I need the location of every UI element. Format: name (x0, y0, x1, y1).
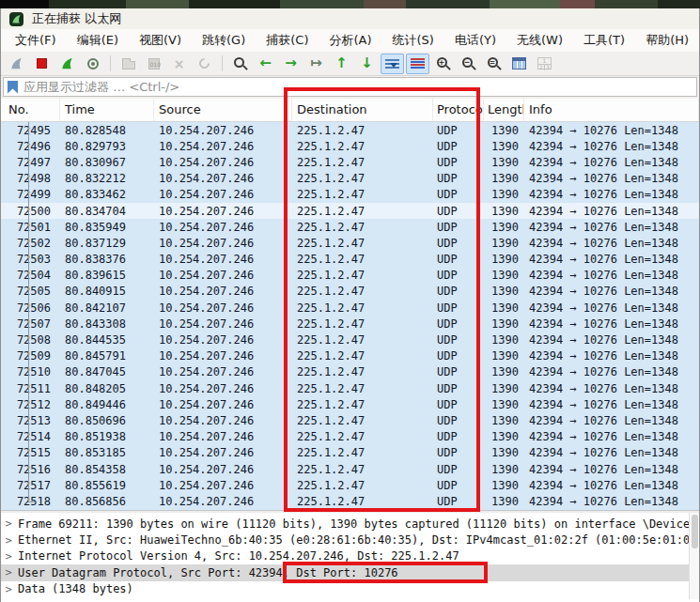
packet-row[interactable]: 72505 80.840915 10.254.207.246 225.1.2.4… (1, 284, 699, 300)
details-scrollbar[interactable] (689, 513, 699, 599)
packet-row[interactable]: 72495 80.828548 10.254.207.246 225.1.2.4… (1, 122, 699, 138)
packet-row[interactable]: 72513 80.850696 10.254.207.246 225.1.2.4… (1, 412, 699, 428)
packet-no: 72515 (1, 446, 60, 459)
packet-row[interactable]: 72518 80.856856 10.254.207.246 225.1.2.4… (1, 493, 699, 509)
capture-options-button[interactable] (81, 54, 104, 74)
packet-row[interactable]: 72507 80.843308 10.254.207.246 225.1.2.4… (1, 316, 699, 332)
zoom-reset-button[interactable]: = (482, 54, 506, 74)
detail-row-frame[interactable]: >Frame 69211: 1390 bytes on wire (11120 … (1, 516, 691, 532)
detail-row-data[interactable]: >Data (1348 bytes) (1, 581, 691, 597)
packet-source: 10.254.207.246 (154, 285, 292, 298)
packet-destination: 225.1.2.47 (292, 188, 433, 201)
packet-row[interactable]: 72503 80.838376 10.254.207.246 225.1.2.4… (1, 252, 699, 268)
packet-row[interactable]: 72496 80.829793 10.254.207.246 225.1.2.4… (1, 138, 699, 154)
zoom-out-button[interactable]: − (457, 54, 480, 74)
scrollbar-thumb[interactable] (692, 515, 698, 548)
column-header-destination[interactable]: Destination (292, 99, 433, 121)
packet-protocol: UDP (433, 172, 484, 185)
packet-length: 1390 (484, 365, 524, 378)
packet-no: 72507 (1, 317, 60, 331)
packet-time: 80.848205 (60, 382, 154, 395)
colorize-toggle[interactable] (406, 54, 429, 74)
stop-capture-button[interactable] (30, 54, 54, 74)
fit-columns-button[interactable]: 123 (533, 54, 556, 74)
packet-length: 1390 (484, 269, 524, 282)
resize-columns-button[interactable] (507, 54, 531, 74)
packet-length: 1390 (484, 221, 524, 234)
start-capture-button[interactable] (5, 54, 28, 74)
menu-item[interactable]: 编辑(E) (67, 29, 129, 52)
column-header-protocol[interactable]: Protocol (433, 99, 484, 121)
menu-item[interactable]: 视图(V) (129, 29, 192, 52)
packet-destination: 225.1.2.47 (292, 253, 433, 266)
packet-row[interactable]: 72514 80.851938 10.254.207.246 225.1.2.4… (1, 429, 699, 445)
chevron-right-icon[interactable]: > (5, 518, 14, 529)
packet-info: 42394 → 10276 Len=1348 (524, 479, 699, 492)
column-header-source[interactable]: Source (154, 99, 292, 121)
display-filter-input[interactable]: 应用显示过滤器 … <Ctrl-/> (3, 77, 697, 97)
packet-row[interactable]: 72498 80.832212 10.254.207.246 225.1.2.4… (1, 171, 699, 187)
packet-row[interactable]: 72499 80.833462 10.254.207.246 225.1.2.4… (1, 187, 699, 203)
packet-row[interactable]: 72500 80.834704 10.254.207.246 225.1.2.4… (1, 203, 699, 219)
go-to-packet-button[interactable]: ↦ (304, 54, 328, 74)
packet-row[interactable]: 72512 80.849446 10.254.207.246 225.1.2.4… (1, 396, 699, 412)
detail-row-ethernet[interactable]: >Ethernet II, Src: HuaweiTechno_6b:40:35… (1, 532, 691, 548)
arrow-up-icon: ↑ (335, 56, 348, 70)
chevron-right-icon[interactable]: > (5, 535, 14, 546)
menu-item[interactable]: 跳转(G) (192, 29, 256, 52)
chevron-right-icon[interactable]: > (5, 567, 14, 578)
auto-scroll-toggle[interactable] (381, 54, 404, 74)
menu-item[interactable]: 无线(W) (506, 29, 573, 52)
menu-item[interactable]: 工具(T) (573, 29, 635, 52)
packet-destination: 225.1.2.47 (292, 333, 433, 347)
go-back-button[interactable]: ← (254, 54, 277, 74)
packet-no: 72497 (1, 156, 60, 169)
packet-info: 42394 → 10276 Len=1348 (524, 382, 699, 395)
zoom-in-button[interactable]: + (431, 54, 455, 74)
packet-info: 42394 → 10276 Len=1348 (524, 124, 699, 137)
reload-file-button[interactable] (193, 54, 216, 74)
packet-info: 42394 → 10276 Len=1348 (524, 414, 699, 427)
packet-row[interactable]: 72501 80.835949 10.254.207.246 225.1.2.4… (1, 219, 699, 235)
open-file-button[interactable] (117, 54, 140, 74)
column-header-no[interactable]: No. (1, 99, 60, 121)
packet-protocol: UDP (433, 365, 484, 378)
packet-destination: 225.1.2.47 (292, 285, 433, 298)
column-header-info[interactable]: Info (524, 99, 699, 121)
packet-time: 80.855619 (60, 479, 154, 492)
detail-row-udp[interactable]: >User Datagram Protocol, Src Port: 42394… (1, 564, 691, 580)
column-header-length[interactable]: Length (484, 99, 524, 121)
find-packet-button[interactable] (228, 54, 252, 74)
packet-source: 10.254.207.246 (154, 156, 292, 169)
chevron-right-icon[interactable]: > (5, 584, 14, 594)
go-forward-button[interactable]: → (279, 54, 303, 74)
menu-item[interactable]: 分析(A) (319, 29, 381, 52)
packet-row[interactable]: 72506 80.842107 10.254.207.246 225.1.2.4… (1, 300, 699, 316)
restart-capture-button[interactable] (55, 54, 79, 74)
packet-row[interactable]: 72511 80.848205 10.254.207.246 225.1.2.4… (1, 380, 699, 396)
go-to-first-button[interactable]: ↑ (330, 54, 353, 74)
bookmark-icon[interactable] (8, 81, 18, 94)
packet-row[interactable]: 72502 80.837129 10.254.207.246 225.1.2.4… (1, 235, 699, 251)
menu-item[interactable]: 帮助(H) (635, 29, 699, 52)
chevron-right-icon[interactable]: > (5, 551, 14, 562)
column-header-time[interactable]: Time (60, 99, 154, 121)
close-file-button[interactable]: × (167, 54, 191, 74)
detail-row-ip[interactable]: >Internet Protocol Version 4, Src: 10.25… (1, 548, 691, 564)
menu-item[interactable]: 统计(S) (382, 29, 444, 52)
packet-source: 10.254.207.246 (154, 463, 292, 476)
packet-row[interactable]: 72509 80.845791 10.254.207.246 225.1.2.4… (1, 348, 699, 364)
packet-row[interactable]: 72504 80.839615 10.254.207.246 225.1.2.4… (1, 268, 699, 284)
menu-item[interactable]: 文件(F) (5, 29, 67, 52)
packet-row[interactable]: 72510 80.847045 10.254.207.246 225.1.2.4… (1, 364, 699, 380)
packet-row[interactable]: 72497 80.830967 10.254.207.246 225.1.2.4… (1, 154, 699, 170)
menu-item[interactable]: 捕获(C) (256, 29, 319, 52)
packet-row[interactable]: 72515 80.853185 10.254.207.246 225.1.2.4… (1, 445, 699, 461)
go-to-last-button[interactable]: ↓ (355, 54, 379, 74)
save-file-button[interactable] (142, 54, 165, 74)
packet-row[interactable]: 72517 80.855619 10.254.207.246 225.1.2.4… (1, 477, 699, 493)
main-toolbar: × ← → ↦ ↑ ↓ + − = 123 (1, 52, 699, 76)
menu-item[interactable]: 电话(Y) (444, 29, 506, 52)
packet-row[interactable]: 72508 80.844535 10.254.207.246 225.1.2.4… (1, 332, 699, 347)
packet-row[interactable]: 72516 80.854358 10.254.207.246 225.1.2.4… (1, 461, 699, 477)
